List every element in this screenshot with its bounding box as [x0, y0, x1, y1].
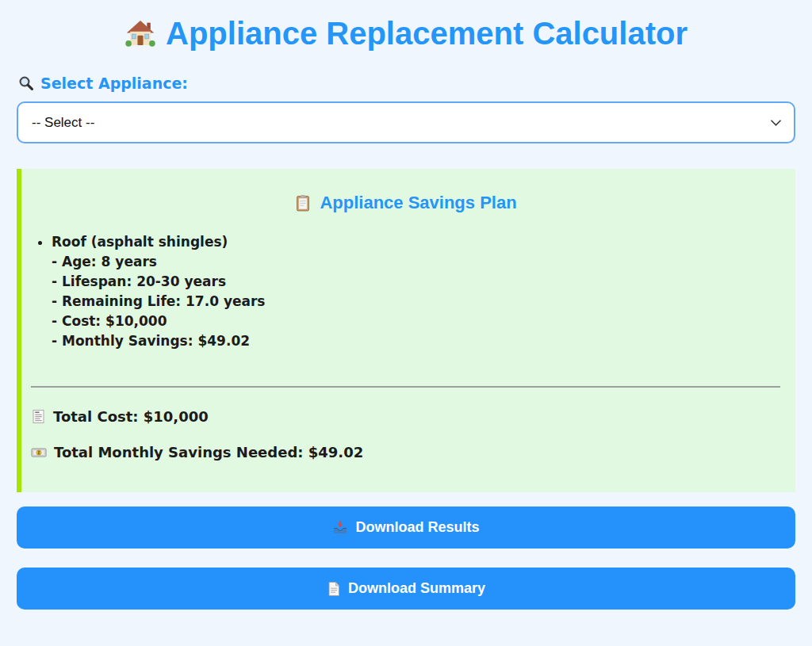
plan-item-detail: - Lifespan: 20-30 years	[52, 272, 780, 292]
receipt-icon	[31, 409, 46, 424]
download-results-button[interactable]: Download Results	[17, 506, 795, 549]
total-cost-row: Total Cost: $10,000	[31, 408, 780, 425]
inbox-tray-icon	[332, 520, 348, 536]
search-icon	[18, 75, 34, 91]
clipboard-icon	[294, 194, 312, 212]
page-title-text: Appliance Replacement Calculator	[166, 16, 688, 51]
total-savings-row: Total Monthly Savings Needed: $49.02	[31, 444, 780, 461]
savings-plan-heading-text: Appliance Savings Plan	[320, 193, 516, 213]
savings-plan-heading: Appliance Savings Plan	[31, 193, 780, 213]
download-summary-label: Download Summary	[348, 580, 485, 597]
download-summary-button[interactable]: Download Summary	[17, 568, 795, 610]
savings-plan-panel: Appliance Savings Plan Roof (asphalt shi…	[17, 169, 795, 492]
total-cost-text: Total Cost: $10,000	[53, 408, 209, 425]
page-title: Appliance Replacement Calculator	[17, 16, 795, 51]
divider	[31, 386, 780, 388]
download-results-label: Download Results	[355, 519, 479, 536]
total-savings-text: Total Monthly Savings Needed: $49.02	[54, 444, 363, 461]
plan-item-detail: - Monthly Savings: $49.02	[52, 331, 780, 351]
plan-item: Roof (asphalt shingles) - Age: 8 years -…	[52, 232, 780, 351]
page-icon	[327, 581, 341, 597]
plan-item-detail: - Cost: $10,000	[52, 312, 780, 331]
select-appliance-label: Select Appliance:	[18, 75, 795, 92]
plan-item-detail: - Age: 8 years	[52, 252, 780, 272]
plan-list: Roof (asphalt shingles) - Age: 8 years -…	[31, 232, 780, 351]
appliance-select[interactable]: -- Select --	[17, 101, 795, 143]
page: Appliance Replacement Calculator Select …	[0, 0, 812, 646]
plan-item-detail: - Remaining Life: 17.0 years	[52, 292, 780, 312]
appliance-select-wrap: -- Select --	[17, 101, 795, 143]
select-appliance-label-text: Select Appliance:	[40, 75, 188, 92]
plan-item-name: Roof (asphalt shingles)	[52, 232, 780, 252]
house-icon	[124, 17, 156, 49]
money-icon	[31, 445, 47, 461]
